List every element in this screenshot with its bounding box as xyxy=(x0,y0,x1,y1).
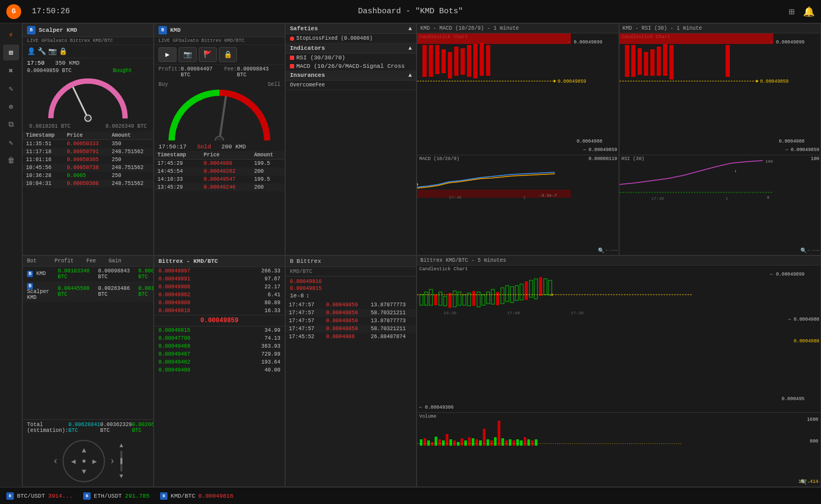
sidebar-icon-trash[interactable]: 🗑 xyxy=(3,153,19,169)
table-row: B Scalper KMD 0.00445500 BTC 0.00263486 … xyxy=(23,281,154,302)
scalper-camera-icon[interactable]: 📷 xyxy=(48,47,57,56)
svg-rect-15 xyxy=(480,43,484,76)
svg-rect-34 xyxy=(726,45,730,77)
svg-rect-59 xyxy=(491,289,495,304)
table-row: 10:36:280.0005250 xyxy=(23,172,153,180)
svg-rect-90 xyxy=(468,437,471,446)
svg-rect-55 xyxy=(472,291,475,306)
macd-left-icon[interactable]: ← xyxy=(605,247,608,254)
kmd-action-camera[interactable]: 📷 xyxy=(179,47,197,62)
safeties-header[interactable]: Safeties ▲ xyxy=(286,24,416,34)
sidebar-icon-bolt[interactable]: ⚡ xyxy=(3,26,19,42)
svg-line-3 xyxy=(219,97,226,140)
scalper-panel: B Scalper KMD LIVE GFSalvato Bittrex KMD… xyxy=(22,23,154,255)
table-row: 10:45:560.00050738248.751562 xyxy=(23,164,153,172)
svg-rect-66 xyxy=(525,281,528,300)
svg-rect-51 xyxy=(453,291,456,307)
bittrex-5min-chart: Bittrex KMD/BTC - 5 minutes Candlestick … xyxy=(417,255,821,488)
svg-rect-99 xyxy=(501,438,504,446)
bittrex-zoom-icon[interactable]: 🔍 xyxy=(800,479,807,485)
svg-marker-36 xyxy=(756,79,758,83)
scale-icon[interactable]: ↕ xyxy=(306,293,310,299)
stoploss-item: StopLossFixed (0.000486) xyxy=(286,34,416,43)
bittrex-right-icon[interactable]: → xyxy=(812,479,815,485)
svg-line-1 xyxy=(73,87,88,118)
layout-icon[interactable]: ⊞ xyxy=(789,6,794,17)
zoom-down-btn[interactable]: ▼ xyxy=(119,473,123,480)
sidebar-icon-add[interactable]: ⊕ xyxy=(3,99,19,114)
kmd-action-lock[interactable]: 🔒 xyxy=(219,47,237,62)
rsi-expand-icon[interactable]: ↔ xyxy=(816,247,819,254)
nav-arrows: ▲ ◀ ● ▶ ▼ xyxy=(68,445,100,477)
svg-rect-57 xyxy=(482,295,485,305)
price-input-2: 0.00049815 xyxy=(290,286,412,291)
list-item: 0.00049468363.93 xyxy=(154,342,285,350)
macd-chart-container: KMD - MACD (10/26/9) - 1 minute Candlest… xyxy=(417,23,619,255)
macd-expand-icon[interactable]: ↔ xyxy=(614,247,617,254)
rsi-left-icon[interactable]: ← xyxy=(808,247,811,254)
macd-candles-svg: 0.00049859 xyxy=(417,33,619,155)
scalper-user-icon[interactable]: 👤 xyxy=(27,47,36,56)
kmd-action-play[interactable]: ▶ xyxy=(158,47,176,62)
page-title: Dashboard - "KMD Bots" xyxy=(358,7,463,16)
rsi-zoom-icon[interactable]: 🔍 xyxy=(800,247,807,254)
sidebar-icon-edit[interactable]: ✎ xyxy=(3,81,19,96)
sidebar-icon-copy[interactable]: ⧉ xyxy=(3,117,19,132)
sidebar-icon-close[interactable]: ✖ xyxy=(3,63,19,78)
notification-icon[interactable]: 🔔 xyxy=(803,6,815,17)
svg-rect-102 xyxy=(513,440,515,446)
macd-right-icon[interactable]: → xyxy=(610,247,613,254)
volume-area: Volume 1600 800 147.414 xyxy=(417,413,820,487)
nav-right-arrow[interactable]: › xyxy=(109,456,115,466)
list-item: 0.0004981616.33 xyxy=(154,307,285,315)
indicators-header[interactable]: Indicators ▲ xyxy=(286,43,416,54)
nav-down-arrow[interactable]: ▼ xyxy=(78,466,89,477)
svg-rect-104 xyxy=(520,440,523,446)
macd-candle-top: Candlestick Chart ← 0.00049899 0.0004988… xyxy=(417,33,619,155)
scalper-wrench-icon[interactable]: 🔧 xyxy=(38,47,46,56)
scalper-info-row: 17:50 350 KMD xyxy=(23,58,153,68)
nav-left-arrow[interactable]: ‹ xyxy=(53,456,59,466)
kmd-gauge-svg xyxy=(166,87,272,140)
nav-empty-br xyxy=(89,466,100,477)
exchange-panel: B Bittrex KMD/BTC 0.00049816 0.00049815 … xyxy=(285,255,417,488)
macd-zoom-icon[interactable]: 🔍 xyxy=(598,247,604,254)
svg-text:16:30: 16:30 xyxy=(444,311,456,315)
svg-rect-61 xyxy=(501,288,504,304)
zoom-up-btn[interactable]: ▲ xyxy=(119,442,123,449)
svg-rect-85 xyxy=(449,439,452,446)
table-row: B KMD 0.00183340 BTC 0.00098843 BTC 0.00… xyxy=(23,267,154,281)
sidebar: ⚡ ⊞ ✖ ✎ ⊕ ⧉ ✎ 🗑 xyxy=(0,23,22,487)
list-item: 0.0004940040.00 xyxy=(154,366,285,374)
nav-empty-tl xyxy=(68,445,78,456)
nav-right-btn[interactable]: ▶ xyxy=(89,456,100,466)
svg-text:1: 1 xyxy=(523,195,526,200)
bittrex-left-icon[interactable]: ← xyxy=(808,479,811,485)
rsi-right-icon[interactable]: → xyxy=(812,247,815,254)
price-input-1: 0.00049816 xyxy=(290,279,412,285)
statusbar: B BTC/USDT 3914... B ETH/USDT 291.785 B … xyxy=(0,487,821,504)
sidebar-icon-pen[interactable]: ✎ xyxy=(3,135,19,151)
nav-up-arrow[interactable]: ▲ xyxy=(78,445,89,456)
kmd-action-flag[interactable]: 🚩 xyxy=(199,47,217,62)
insurances-header[interactable]: Insurances ▲ xyxy=(286,70,416,81)
svg-marker-18 xyxy=(554,79,556,83)
svg-rect-58 xyxy=(487,292,490,304)
scalper-lock-icon[interactable]: 🔒 xyxy=(59,47,67,56)
orderbook-scroll[interactable]: 0.00049997266.330.0004999197.670.0004998… xyxy=(154,267,285,487)
scalper-bot-icon: B xyxy=(27,26,36,34)
nav-center-dot[interactable]: ● xyxy=(78,456,89,466)
sidebar-icon-grid[interactable]: ⊞ xyxy=(3,45,19,60)
bittrex-expand-icon[interactable]: ↔ xyxy=(816,479,819,485)
nav-left-btn[interactable]: ◀ xyxy=(68,456,78,466)
zoom-thumb[interactable] xyxy=(120,458,122,464)
svg-rect-89 xyxy=(464,440,467,446)
list-item: 17:47:570.0004985958.70321211 xyxy=(286,325,416,333)
svg-rect-95 xyxy=(487,439,489,446)
overcome-fee-item: OvercomeFee xyxy=(286,81,416,90)
status-bot-icon: B xyxy=(6,492,14,500)
kmd-col-price: Price xyxy=(200,151,251,160)
svg-rect-82 xyxy=(438,439,441,446)
kmd-trade-table: Timestamp Price Amount 17:45:290.0004988… xyxy=(154,151,285,255)
zoom-slider: ▲ ▼ xyxy=(119,442,123,480)
